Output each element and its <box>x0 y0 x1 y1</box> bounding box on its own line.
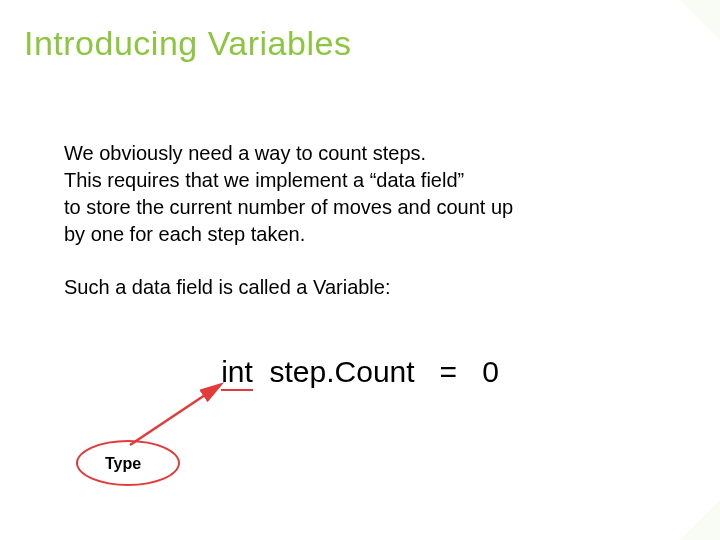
decorative-triangle <box>460 440 720 540</box>
annotation-label-type: Type <box>105 455 141 473</box>
paragraph-2: Such a data field is called a Variable: <box>64 274 670 301</box>
paragraph-1: We obviously need a way to count steps. … <box>64 140 670 248</box>
declaration-equals: = <box>440 355 458 388</box>
variable-declaration: int step.Count = 0 <box>0 355 720 389</box>
declaration-value: 0 <box>482 355 499 388</box>
slide-title: Introducing Variables <box>24 24 351 63</box>
body-text: We obviously need a way to count steps. … <box>64 140 670 327</box>
slide: Introducing Variables We obviously need … <box>0 0 720 540</box>
declaration-name: step.Count <box>270 355 415 388</box>
svg-line-0 <box>130 385 220 445</box>
decorative-triangle <box>520 0 720 80</box>
